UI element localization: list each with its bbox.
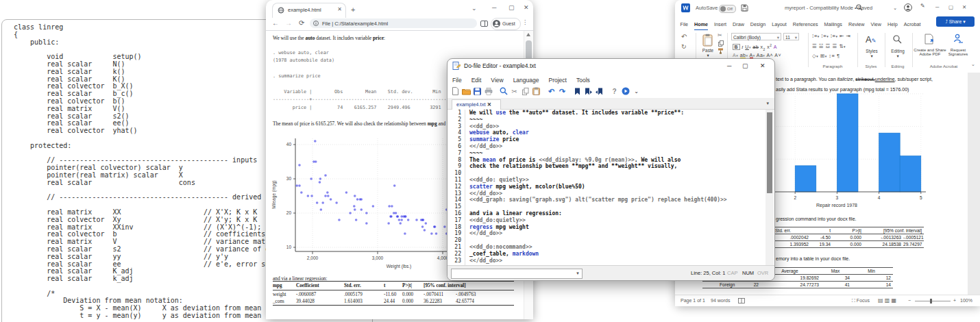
browser-menu-icon[interactable]: ⋮ — [522, 19, 528, 25]
cut-icon[interactable]: ✂ — [718, 32, 722, 38]
editor-tab[interactable]: example4.txt ✕ — [452, 99, 501, 110]
forward-icon[interactable]: → — [285, 19, 292, 27]
new-file-icon[interactable] — [451, 87, 460, 96]
browser-tab[interactable]: example4.html ✕ — [272, 3, 346, 18]
zoom-out-icon[interactable]: − — [908, 298, 911, 303]
ribbon-tab-mailings[interactable]: Mailings — [824, 21, 842, 29]
address-bar[interactable]: File | C:/Stata/example4.html — [310, 18, 477, 28]
copy-icon[interactable] — [521, 87, 530, 96]
zoom-knob[interactable] — [930, 299, 932, 304]
find-icon[interactable] — [499, 87, 508, 96]
scroll-up-icon[interactable] — [526, 33, 530, 36]
reload-icon[interactable]: ⟳ — [299, 19, 304, 27]
collapse-ribbon-icon[interactable]: ⌄ — [971, 62, 975, 67]
paste-icon[interactable] — [702, 34, 713, 47]
word-close-button[interactable]: ✕ — [962, 4, 966, 10]
align-buttons[interactable]: ☰ ☱ ☲ ☰ ⇅▾ — [812, 43, 846, 49]
copy-icon[interactable] — [718, 40, 724, 47]
font-size-select[interactable]: 11▾ — [783, 33, 799, 40]
redo-icon[interactable]: ↷ — [558, 87, 567, 96]
redo-icon[interactable]: ↻ — [681, 43, 687, 50]
ribbon-tab-home[interactable]: Home — [694, 21, 708, 31]
cut-icon[interactable]: ✂ — [510, 87, 519, 96]
ribbon-tab-references[interactable]: References — [793, 21, 818, 29]
format-painter-icon[interactable] — [718, 48, 724, 54]
tab-list-icon[interactable]: ▾ — [766, 101, 769, 106]
editing-label[interactable]: Editing▾ — [887, 49, 908, 59]
browser-close-button[interactable]: ✕ — [524, 4, 529, 11]
save-file-icon[interactable] — [473, 87, 482, 96]
menu-project[interactable]: Project — [548, 77, 566, 84]
font-name-select[interactable]: Calibri (Body)▾ — [731, 33, 781, 40]
editing-icon[interactable] — [893, 35, 902, 44]
split-screen-icon[interactable] — [480, 20, 488, 27]
menu-file[interactable]: File — [452, 77, 462, 84]
menu-view[interactable]: View — [491, 77, 503, 84]
ribbon-tab-review[interactable]: Review — [848, 21, 865, 29]
undo-icon[interactable]: ↶ — [547, 87, 556, 96]
word-maximize-button[interactable]: ▢ — [948, 4, 953, 10]
undo-icon[interactable]: ↶ — [681, 33, 687, 40]
adobe-pdf-label[interactable]: Create and ShareAdobe PDF — [914, 48, 946, 56]
styles-label[interactable]: Styles▾ — [861, 49, 882, 59]
profile-button[interactable]: Guest — [491, 18, 521, 30]
title-dropdown-icon[interactable]: ⌄ — [893, 5, 897, 11]
ribbon-tab-insert[interactable]: Insert — [714, 21, 726, 29]
proofing-icon[interactable] — [738, 298, 745, 304]
editor-combo[interactable]: ▼ — [451, 269, 583, 279]
editor-minimize-button[interactable]: ─ — [727, 62, 731, 69]
ribbon-tab-draw[interactable]: Draw — [733, 21, 744, 29]
shading-buttons[interactable]: ◇▾ ⊞▾ ↕≡ ¶ — [812, 53, 840, 59]
bookmark-next-icon[interactable] — [584, 87, 593, 96]
ribbon-tab-help[interactable]: Help — [887, 21, 898, 29]
menu-language[interactable]: Language — [513, 77, 539, 84]
ribbon-tab-design[interactable]: Design — [750, 21, 765, 29]
ribbon-tab-acrobat[interactable]: Acrobat — [904, 21, 921, 29]
ribbon-tab-file[interactable]: File — [681, 21, 689, 29]
word-minimize-button[interactable]: ─ — [935, 4, 939, 10]
zoom-slider[interactable] — [915, 301, 951, 301]
bookmark-toggle-icon[interactable] — [573, 87, 582, 96]
back-icon[interactable]: ← — [272, 19, 279, 27]
ribbon-tab-view[interactable]: View — [871, 21, 881, 29]
open-file-icon[interactable] — [462, 87, 471, 96]
paste-label[interactable]: Paste▾ — [701, 48, 715, 58]
browser-maximize-button[interactable]: ▢ — [509, 4, 515, 11]
font-style-buttons[interactable]: B I U▾ ab x2 x2 A — [733, 43, 777, 51]
tab-search-icon[interactable]: ⌄ — [471, 5, 477, 12]
signature-label[interactable]: RequestSignatures — [942, 48, 974, 56]
help-icon[interactable]: ? — [610, 87, 619, 96]
account-icon[interactable] — [904, 3, 912, 12]
save-icon[interactable] — [741, 4, 748, 12]
editor-maximize-button[interactable]: ▢ — [742, 62, 748, 69]
paste-icon[interactable] — [532, 87, 541, 96]
editor-close-button[interactable]: ✕ — [760, 62, 765, 69]
zoom-level[interactable]: 100% — [960, 298, 972, 303]
toolbar-more-icon[interactable]: ⌄ — [632, 87, 641, 96]
menu-edit[interactable]: Edit — [471, 77, 482, 84]
editor-scrollbar-thumb[interactable] — [767, 112, 772, 193]
pen-icon[interactable]: ✎ — [920, 3, 925, 9]
browser-minimize-button[interactable]: ─ — [492, 4, 496, 11]
execute-do-icon[interactable] — [621, 87, 630, 96]
page-indicator[interactable]: Page 1 of 1 — [681, 298, 705, 303]
focus-button[interactable]: ⛶ Focus — [852, 298, 870, 304]
font-color-buttons[interactable]: A▾ ab▾ A▾ Aa▾ A˄ A˅ — [733, 53, 781, 58]
signature-icon[interactable] — [953, 34, 964, 44]
menu-tools[interactable]: Tools — [576, 77, 590, 84]
list-buttons[interactable]: ⁝≡▾ ⁝≡▾ ⁝≡▾ ⇤ ⇥ — [812, 33, 850, 39]
editor-body[interactable]: 1We will use the **auto** dataset. It in… — [448, 110, 773, 265]
tab-close-icon[interactable]: ✕ — [337, 6, 342, 12]
bookmark-prev-icon[interactable] — [595, 87, 604, 96]
search-icon[interactable] — [856, 4, 863, 11]
view-buttons[interactable]: ▤ ▥ ▦ — [878, 297, 896, 304]
autosave-toggle[interactable]: Off — [719, 5, 736, 13]
adobe-pdf-icon[interactable] — [924, 34, 934, 45]
share-button[interactable]: ⤴ Share ▾ — [936, 16, 975, 27]
word-count[interactable]: 94 words — [711, 298, 730, 303]
styles-icon[interactable]: A✎ — [866, 34, 876, 45]
editor-scrollbar[interactable] — [765, 110, 774, 265]
print-icon[interactable] — [484, 87, 493, 96]
ribbon-tab-layout[interactable]: Layout — [772, 21, 787, 29]
zoom-in-icon[interactable]: + — [953, 298, 956, 303]
